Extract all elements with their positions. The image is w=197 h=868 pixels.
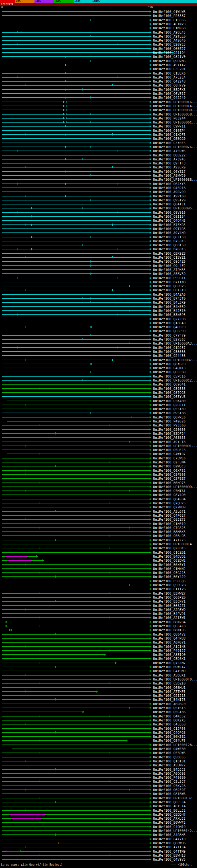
hit-label[interactable]: UniRef100_P93360 (153, 423, 186, 427)
hit-label[interactable]: UniRef100_C5K4H0 (153, 399, 186, 403)
hit-row[interactable]: UniRef100_B2F5M4 (0, 460, 197, 464)
hit-row[interactable]: UniRef100_Q5G186 (0, 710, 197, 714)
hit-row[interactable]: UniRef100_B0K3E2 (0, 734, 197, 738)
hit-row[interactable]: UniRef100_B4DJC3 (0, 767, 197, 771)
hit-label[interactable]: UniRef100_B0Y4J9 (153, 575, 186, 579)
hit-row[interactable]: UniRef100_Q21194 (0, 51, 197, 55)
hit-label[interactable]: UniRef100_A0QG95 (153, 772, 186, 776)
hit-label[interactable]: UniRef100_Q4S918 (153, 186, 186, 190)
hit-label[interactable]: UniRef100_UPI000076... (153, 145, 197, 149)
hit-label[interactable]: UniRef100_UPI000058... (153, 113, 197, 116)
hit-label[interactable]: UniRef100_Q0E5J4 (153, 800, 186, 804)
hit-row[interactable]: UniRef100_C1JP56 (0, 726, 197, 731)
hit-row[interactable]: UniRef100_Q10I81 (0, 759, 197, 763)
hit-row[interactable]: UniRef100_B0X0Y1 (0, 563, 197, 566)
hit-label[interactable]: UniRef100_A2I3W1 (153, 616, 186, 620)
hit-row[interactable]: UniRef100_A9RV99 (0, 190, 197, 194)
hit-row[interactable]: UniRef100_Q4V9V5 (0, 857, 197, 861)
hit-label[interactable]: UniRef100_B8BZ22 (153, 153, 186, 157)
hit-label[interactable]: UniRef100_Q1XDF3 (153, 133, 186, 137)
hit-row[interactable]: UniRef100_Q864V2 (0, 632, 197, 636)
hit-label[interactable]: UniRef100_C1BLK6 (153, 71, 186, 75)
hit-label[interactable]: UniRef100_C7YF79 (153, 334, 186, 338)
hit-row[interactable]: UniRef100_B3N6P5 (0, 313, 197, 316)
hit-label[interactable]: UniRef100_A9RV99 (153, 190, 186, 194)
hit-label[interactable]: UniRef100_Q4V9V5 (153, 858, 186, 862)
hit-row[interactable]: UniRef100_C4QPG8 (0, 731, 197, 734)
hit-row[interactable]: UniRef100_UPI000058... (0, 112, 197, 116)
hit-row[interactable]: UniRef100_C5KVJ8 (0, 784, 197, 787)
hit-row[interactable]: UniRef100_C3X0F5 (0, 141, 197, 145)
hit-label[interactable]: UniRef100_Q24456 (153, 354, 186, 358)
hit-row[interactable]: UniRef100_B4L5R9 (0, 300, 197, 304)
hit-label[interactable]: UniRef100_UPI0000B7... (153, 358, 197, 362)
hit-row[interactable]: UniRef100_Q55189 (0, 407, 197, 411)
hit-label[interactable]: UniRef100_Q1D257 (153, 346, 186, 350)
hit-label[interactable]: UniRef100_Q10I81 (153, 759, 186, 763)
hit-row[interactable]: UniRef100_A73945 (0, 157, 197, 161)
hit-row[interactable]: UniRef100_Q9T4R5 (0, 227, 197, 230)
hit-row[interactable]: UniRef100_C6TJI9 (0, 288, 197, 292)
hit-row[interactable]: UniRef100_C3E2R1 (0, 67, 197, 71)
hit-label[interactable]: UniRef100_A8X514 (153, 804, 186, 808)
hit-label[interactable]: UniRef100_B4DVD2 (153, 555, 186, 559)
hit-row[interactable]: UniRef100_UPI000095... (0, 206, 197, 210)
hit-row[interactable]: UniRef100_A7E2L4 (0, 75, 197, 79)
hit-row[interactable]: UniRef100_A4S040 (0, 38, 197, 42)
hit-label[interactable]: UniRef100_Q9T4R5 (153, 227, 186, 231)
hit-row[interactable]: UniRef100_Q84SB4 (0, 497, 197, 501)
hit-row[interactable]: UniRef100_B4PVD1 (0, 612, 197, 616)
hit-label[interactable]: UniRef100_B0K3E2 (153, 735, 186, 739)
hit-row[interactable]: UniRef100_Q00Z27 (0, 46, 197, 51)
hit-label[interactable]: UniRef100_Q3B036 (153, 350, 186, 354)
hit-label[interactable]: UniRef100_B4PVD1 (153, 612, 186, 616)
hit-label[interactable]: UniRef100_Q4O4H3 (153, 219, 186, 223)
hit-row[interactable]: UniRef100_Q3FB66 (0, 472, 197, 476)
hit-label[interactable]: UniRef100_Q6XF52 (153, 469, 186, 473)
hit-label[interactable]: UniRef100_Q39336 (153, 387, 186, 391)
hit-label[interactable]: UniRef100_C4QPG8 (153, 731, 186, 735)
hit-label[interactable]: UniRef100_Q5D055 (153, 755, 186, 759)
hit-label[interactable]: UniRef100_P466B0 (153, 776, 186, 780)
hit-row[interactable]: UniRef100_A6N0Y1 (0, 640, 197, 644)
hit-label[interactable]: UniRef100_B7S3K5 (153, 239, 186, 243)
hit-label[interactable]: UniRef100_C6ZQW2 (153, 559, 186, 563)
hit-row[interactable]: UniRef100_UPI000076... (0, 145, 197, 149)
hit-label[interactable]: UniRef100_UPI00008B... (153, 178, 197, 182)
hit-row[interactable]: UniRef100_Q6PRE6 (0, 415, 197, 419)
hit-label[interactable]: UniRef100_C5GSQ5 (153, 579, 186, 583)
hit-row[interactable]: UniRef100_A9YLT8 (0, 440, 197, 444)
hit-label[interactable]: UniRef100_B0LLJ2 (153, 809, 186, 813)
hit-label[interactable]: UniRef100_B2WQC3 (153, 464, 186, 468)
hit-label[interactable]: UniRef100_C5DZI0 (153, 681, 186, 685)
hit-label[interactable]: UniRef100_C7GS25 (153, 526, 186, 530)
hit-row[interactable]: UniRef100_A8X514 (0, 804, 197, 808)
hit-row[interactable]: UniRef100_Q5B97B (0, 583, 197, 587)
hit-row[interactable]: UniRef100_UPI0000B7... (0, 358, 197, 362)
hit-label[interactable]: UniRef100_B7FJT0 (153, 297, 186, 301)
hit-label[interactable]: UniRef100_Q5UEJ3 (153, 448, 186, 452)
hit-row[interactable]: UniRef100_A9NWJ9 (0, 173, 197, 177)
hit-label[interactable]: UniRef100_Q3FB66 (153, 473, 186, 477)
hit-label[interactable]: UniRef100_Q6C59Z (153, 788, 186, 792)
hit-label[interactable]: UniRef100_A7TZ75 (153, 538, 186, 542)
hit-row[interactable]: UniRef100_Q2FBK5 (0, 546, 197, 550)
hit-row[interactable]: UniRef100_B0Y4J9 (0, 575, 197, 579)
hit-label[interactable]: UniRef100_Q4U3E9 (153, 325, 186, 329)
hit-label[interactable]: UniRef100_C5GJ23 (153, 571, 186, 575)
hit-label[interactable]: UniRef100_Q6BMU1 (153, 686, 186, 690)
hit-label[interactable]: UniRef100_B9S1B8 (153, 411, 186, 415)
hit-row[interactable]: UniRef100_Q6EEB0 (0, 370, 197, 374)
hit-row[interactable]: UniRef100_A5BV59 (0, 272, 197, 276)
hit-label[interactable]: UniRef100_B4L5R9 (153, 301, 186, 305)
hit-label[interactable]: UniRef100_A2R6W9 (153, 608, 186, 612)
hit-label[interactable]: UniRef100_B6HQ75 (153, 481, 186, 485)
hit-label[interactable]: UniRef100_A9YTA2 (153, 63, 186, 67)
hit-row[interactable]: UniRef100_Q0J150 (0, 235, 197, 239)
hit-label[interactable]: UniRef100_Q8JZ75 (153, 518, 186, 522)
hit-row[interactable]: UniRef100_C1I126 (0, 587, 197, 591)
hit-label[interactable]: UniRef100_Q821V0 (153, 55, 186, 59)
hit-row[interactable]: UniRef100_C9S911 (0, 276, 197, 280)
hit-label[interactable]: UniRef100_Q2UJ11 (153, 403, 186, 407)
hit-row[interactable]: UniRef100_Q24456 (0, 353, 197, 358)
